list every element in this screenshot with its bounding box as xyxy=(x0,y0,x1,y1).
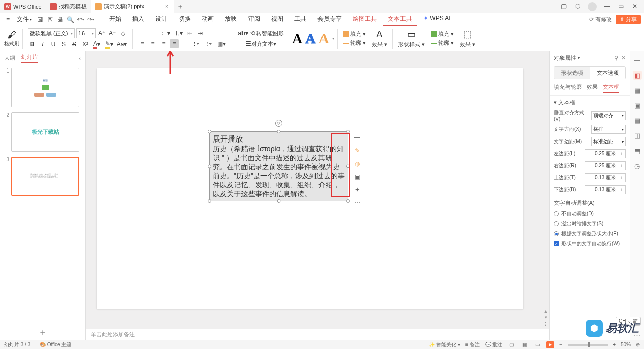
columns-button[interactable]: ▥▾ xyxy=(216,39,227,48)
prop-tab-fill[interactable]: 填充与轮廓 xyxy=(554,83,582,93)
save-icon[interactable]: 🖫 xyxy=(36,15,45,24)
indent-button[interactable]: ⇥ xyxy=(196,29,205,38)
align-justify-button[interactable]: ≡ xyxy=(170,39,179,48)
slide-thumbnail-1[interactable]: 标题 xyxy=(11,68,79,107)
dock-selection-icon[interactable]: ⬒ xyxy=(633,146,642,155)
autofit-shrink-radio[interactable]: 溢出时缩排文字(S) xyxy=(554,220,626,227)
seg-shape-options[interactable]: 形状选项 xyxy=(554,67,590,79)
slide-thumbnail-3[interactable]: 展开播放 历史（希腊语...）是书面文件中描述的过去及其研究... xyxy=(11,157,79,196)
italic-button[interactable]: I xyxy=(38,40,47,49)
underline-button[interactable]: U xyxy=(49,40,58,49)
outline-tab[interactable]: 大纲 xyxy=(4,54,15,62)
align-text-button[interactable]: ☰ 对齐文本▾ xyxy=(246,39,276,48)
zoom-level[interactable]: 50% xyxy=(621,342,631,347)
seg-text-options[interactable]: 文本选项 xyxy=(590,67,626,79)
prop-tab-effect[interactable]: 效果 xyxy=(587,83,598,93)
tab-document[interactable]: 演示文稿(2).pptx × xyxy=(91,0,174,13)
slide[interactable]: ⟳ 展开播放 历史（希腊语 ἱστορία，通过调查获得的知识 " ）是书面文件… xyxy=(97,68,523,309)
highlight-button[interactable]: ✎▾ xyxy=(104,40,115,49)
pin-icon[interactable]: ⚲ xyxy=(614,55,618,61)
bold-button[interactable]: B xyxy=(28,40,37,49)
text-direction-button[interactable]: ab▾ xyxy=(237,29,249,38)
decrease-font-icon[interactable]: A⁻ xyxy=(108,29,117,38)
align-left-button[interactable]: ≡ xyxy=(138,39,147,48)
tab-wps-ai[interactable]: ✦ WPS AI xyxy=(418,13,456,26)
align-right-button[interactable]: ≡ xyxy=(159,39,168,48)
normal-view-icon[interactable]: ▢ xyxy=(507,341,515,348)
zoom-slider[interactable] xyxy=(568,344,608,346)
selected-textbox[interactable]: ⟳ 展开播放 历史（希腊语 ἱστορία，通过调查获得的知识 " ）是书面文件… xyxy=(209,131,348,201)
add-slide-button[interactable]: ＋ xyxy=(0,325,85,340)
share-button[interactable]: ⇧分享 xyxy=(616,15,641,24)
add-tab-button[interactable]: ＋ xyxy=(174,2,187,11)
wordart-outline-style[interactable]: A xyxy=(305,31,315,47)
dock-animation-icon[interactable]: ▤ xyxy=(633,116,642,125)
window-cube-icon[interactable]: ⬡ xyxy=(574,2,582,10)
shape-style-button[interactable]: 形状样式▾ xyxy=(398,41,425,48)
increase-font-icon[interactable]: A⁺ xyxy=(97,29,106,38)
close-window-icon[interactable]: ✕ xyxy=(631,2,639,10)
wordart-fill-style[interactable]: A xyxy=(292,31,302,47)
shape-outline-button[interactable]: 轮廓▾ xyxy=(431,39,454,47)
dock-relation-icon[interactable]: ▣ xyxy=(633,101,642,110)
float-edit-icon[interactable]: ✎ xyxy=(353,146,362,155)
right-margin-spinner[interactable]: −0.25 厘米+ xyxy=(585,161,626,170)
dock-history-icon[interactable]: ◷ xyxy=(633,161,642,170)
zoom-in-icon[interactable]: + xyxy=(613,342,616,347)
dock-minimize-icon[interactable]: — xyxy=(633,55,642,64)
para-spacing-button[interactable]: ⫶▾ xyxy=(203,39,214,48)
redo-icon[interactable]: ↷▾ xyxy=(86,15,95,24)
vertical-scrollbar[interactable]: ▲▾⫶ xyxy=(542,51,549,329)
float-dash-icon[interactable]: — xyxy=(353,133,362,142)
margin-select[interactable]: 标准边距▾ xyxy=(591,137,626,146)
font-name-select[interactable]: 微软雅黑 (正文)▾ xyxy=(28,28,75,38)
font-size-select[interactable]: 16▾ xyxy=(76,28,96,38)
dock-properties-icon[interactable]: ◫ xyxy=(633,131,642,140)
slide-canvas[interactable]: ⟳ 展开播放 历史（希腊语 ἱστορία，通过调查获得的知识 " ）是书面文件… xyxy=(86,51,549,340)
shape-effect-button[interactable]: 效果▾ xyxy=(460,41,475,48)
clear-format-icon[interactable]: ◇ xyxy=(118,29,127,38)
float-magic-icon[interactable]: ✦ xyxy=(353,185,362,194)
left-margin-spinner[interactable]: −0.25 厘米+ xyxy=(585,149,626,158)
tab-view[interactable]: 视图 xyxy=(266,13,288,26)
smart-convert-button[interactable]: ⟲ 转智能图形 xyxy=(250,29,284,38)
print-icon[interactable]: 🖶 xyxy=(56,15,65,24)
text-outline-button[interactable]: 轮廓▾ xyxy=(343,39,366,47)
shadow-button[interactable]: S xyxy=(59,40,68,49)
window-restore-icon[interactable]: ▢ xyxy=(559,2,568,10)
tab-templates[interactable]: 找稻壳模板 xyxy=(46,0,91,13)
shape-fill-button[interactable]: 填充▾ xyxy=(431,30,454,38)
maximize-icon[interactable]: ▭ xyxy=(617,2,625,10)
top-margin-spinner[interactable]: −0.13 厘米+ xyxy=(585,173,626,182)
line-spacing-button[interactable]: ⫶▾ xyxy=(191,39,202,48)
minimize-icon[interactable]: — xyxy=(603,2,611,10)
tab-transition[interactable]: 切换 xyxy=(174,13,196,26)
tab-animation[interactable]: 动画 xyxy=(197,13,219,26)
beautify-button[interactable]: ✨ 智能美化 ▾ xyxy=(429,341,460,348)
dedent-button[interactable]: ⇤ xyxy=(185,29,194,38)
notes-bar[interactable]: 单击此处添加备注 xyxy=(86,329,549,340)
dock-design-icon[interactable]: ◧ xyxy=(633,71,642,80)
file-menu[interactable]: 文件▾ xyxy=(14,14,35,25)
float-more-icon[interactable]: ⋯ xyxy=(353,198,362,207)
autofit-resize-radio[interactable]: 根据文字调整形状大小(F) xyxy=(554,230,626,237)
export-icon[interactable]: ⇱ xyxy=(46,15,55,24)
text-fill-button[interactable]: 填充▾ xyxy=(343,30,366,38)
wordart-gradient-style[interactable]: A xyxy=(318,31,329,47)
preview-icon[interactable]: 🔍 xyxy=(66,15,75,24)
bottom-margin-spinner[interactable]: −0.13 厘米+ xyxy=(585,185,626,194)
reading-view-icon[interactable]: ▭ xyxy=(533,341,541,348)
text-effect-button[interactable]: 效果▾ xyxy=(372,41,387,48)
valign-select[interactable]: 顶端对齐▾ xyxy=(591,111,626,120)
strike-button[interactable]: S xyxy=(70,40,79,49)
dock-template-icon[interactable]: ▦ xyxy=(633,86,642,95)
slideshow-icon[interactable]: ▶ xyxy=(546,341,554,348)
section-textbox[interactable]: ▾ 文本框 xyxy=(554,99,626,106)
numbering-button[interactable]: ⒈▾ xyxy=(173,29,184,38)
avatar-icon[interactable] xyxy=(588,2,597,11)
textbox-body[interactable]: 历史（希腊语 ἱστορία，通过调查获得的知识 " ）是书面文件中描述的过去及… xyxy=(213,144,345,199)
sorter-view-icon[interactable]: ▦ xyxy=(520,341,528,348)
case-button[interactable]: Aa▾ xyxy=(116,40,127,49)
format-brush-button[interactable]: 🖌 格式刷 xyxy=(4,30,19,47)
font-color-button[interactable]: A▾ xyxy=(91,40,102,49)
